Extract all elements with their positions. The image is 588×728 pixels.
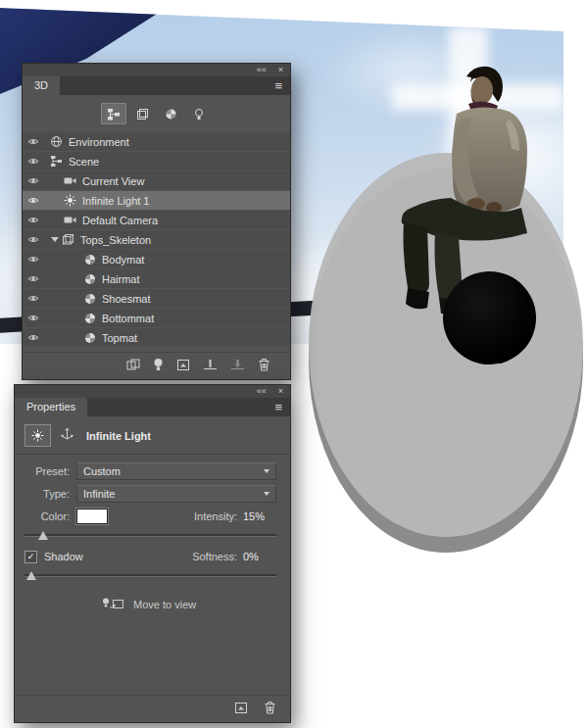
collapse-panel-icon[interactable]: ««: [257, 385, 267, 398]
light-coordinates-button[interactable]: [60, 426, 74, 445]
add-ibl-icon[interactable]: [176, 358, 190, 375]
tree-row-label: Default Camera: [82, 215, 158, 226]
filter-meshes-button[interactable]: [129, 103, 155, 124]
move-to-view-label: Move to view: [133, 599, 196, 610]
shadow-label: Shadow: [44, 551, 83, 562]
tree-row-scene[interactable]: Scene: [23, 152, 290, 170]
selected-object-title: Infinite Light: [86, 430, 151, 442]
properties-panel: «« × Properties ≡ Infinite Light Preset:…: [14, 384, 291, 723]
visibility-eye-icon[interactable]: [23, 176, 43, 185]
snap-to-ground-icon[interactable]: [230, 358, 245, 375]
3d-panel: «« × 3D ≡: [22, 63, 291, 380]
tree-row-current-view[interactable]: Current View: [23, 171, 290, 190]
color-intensity-row: Color: Intensity: 15%: [23, 508, 276, 525]
chevron-down-icon: [264, 469, 270, 473]
light-color-swatch[interactable]: [76, 509, 108, 524]
expander-triangle-icon[interactable]: [49, 237, 61, 242]
preset-value: Custom: [83, 465, 121, 477]
close-panel-icon[interactable]: ×: [278, 64, 283, 76]
collapse-panel-icon[interactable]: ««: [257, 64, 267, 76]
tree-row-bottommat[interactable]: Bottommat: [23, 309, 290, 327]
properties-panel-footer: [15, 695, 290, 722]
tree-row-label: Tops_Skeleton: [80, 234, 151, 246]
visibility-eye-icon[interactable]: [23, 137, 43, 146]
preset-row: Preset: Custom: [23, 462, 276, 480]
tree-row-environment[interactable]: Environment: [23, 132, 290, 151]
visibility-eye-icon[interactable]: [23, 216, 43, 224]
add-to-view-icon[interactable]: [234, 701, 249, 718]
visibility-eye-icon[interactable]: [23, 333, 43, 342]
intensity-slider[interactable]: [24, 530, 276, 541]
move-to-view-icon: [101, 597, 124, 611]
tree-row-label: Infinite Light 1: [82, 195, 150, 207]
infinite-light-icon: [63, 194, 77, 207]
filter-lights-button[interactable]: [186, 103, 212, 124]
intensity-label: Intensity:: [194, 510, 237, 522]
tree-row-label: Bottommat: [102, 313, 154, 324]
coordinates-icon: [60, 426, 74, 441]
type-label: Type:: [23, 488, 70, 500]
3d-filter-bar: [23, 103, 290, 124]
visibility-eye-icon[interactable]: [23, 294, 43, 303]
visibility-eye-icon[interactable]: [23, 196, 43, 205]
light-filter-icon: [193, 108, 205, 121]
tree-row-label: Current View: [82, 175, 144, 187]
visibility-eye-icon[interactable]: [23, 274, 43, 283]
type-dropdown[interactable]: Infinite: [76, 485, 276, 503]
add-material-icon[interactable]: [126, 358, 140, 375]
slider-track[interactable]: [24, 534, 276, 537]
3d-panel-footer: [23, 352, 290, 379]
visibility-eye-icon[interactable]: [23, 255, 43, 264]
3d-panel-header: «« ×: [23, 64, 290, 76]
tree-row-hairmat[interactable]: Hairmat: [23, 269, 290, 288]
shadow-softness-row: ✓ Shadow Softness: 0%: [24, 548, 276, 565]
light-settings-button[interactable]: [24, 424, 51, 447]
photoshop-workspace: «« × 3D ≡: [0, 0, 588, 728]
add-light-icon[interactable]: [153, 358, 164, 375]
tree-row-label: Environment: [69, 136, 129, 148]
tree-row-infinite-light-1[interactable]: Infinite Light 1: [23, 191, 290, 210]
tree-row-tops-skeleton[interactable]: Tops_Skeleton: [23, 230, 290, 249]
panel-menu-icon[interactable]: ≡: [274, 398, 282, 416]
environment-icon: [49, 135, 64, 148]
tab-3d[interactable]: 3D: [23, 76, 60, 95]
softness-slider[interactable]: [24, 570, 276, 581]
properties-panel-tabbar: Properties ≡: [15, 398, 290, 416]
camera-icon: [63, 176, 77, 185]
tree-row-label: Topmat: [102, 332, 137, 344]
preset-dropdown[interactable]: Custom: [76, 462, 276, 480]
tab-properties[interactable]: Properties: [15, 398, 87, 416]
panel-menu-icon[interactable]: ≡: [274, 76, 282, 95]
slider-track[interactable]: [24, 574, 276, 577]
material-icon: [82, 313, 97, 324]
tree-row-default-camera[interactable]: Default Camera: [23, 211, 290, 229]
material-icon: [82, 273, 97, 285]
color-label: Color:: [23, 510, 70, 522]
tree-row-topmat[interactable]: Topmat: [23, 328, 290, 347]
filter-materials-button[interactable]: [158, 103, 183, 124]
delete-icon[interactable]: [258, 358, 270, 375]
mesh-filter-icon: [136, 108, 149, 121]
material-filter-icon: [165, 108, 177, 121]
tree-row-label: Hairmat: [102, 273, 140, 285]
filter-whole-scene-button[interactable]: [101, 103, 126, 124]
move-to-view-button[interactable]: Move to view: [101, 597, 290, 611]
tree-row-bodymat[interactable]: Bodymat: [23, 250, 290, 268]
scene-icon: [49, 155, 64, 168]
type-row: Type: Infinite: [23, 485, 276, 503]
slider-thumb[interactable]: [38, 531, 48, 540]
tree-row-shoesmat[interactable]: Shoesmat: [23, 289, 290, 308]
intensity-value[interactable]: 15%: [243, 510, 276, 522]
3d-widget-black-sphere: [443, 271, 536, 364]
visibility-eye-icon[interactable]: [23, 157, 43, 166]
visibility-eye-icon[interactable]: [23, 314, 43, 322]
close-panel-icon[interactable]: ×: [278, 385, 283, 398]
shadow-checkbox[interactable]: ✓: [24, 551, 37, 563]
delete-icon[interactable]: [264, 701, 276, 718]
visibility-eye-icon[interactable]: [23, 235, 43, 244]
softness-value[interactable]: 0%: [243, 551, 276, 562]
light-properties-header: Infinite Light: [15, 416, 290, 455]
material-icon: [82, 293, 97, 305]
slider-thumb[interactable]: [26, 571, 36, 580]
ground-plane-icon[interactable]: [203, 358, 218, 375]
